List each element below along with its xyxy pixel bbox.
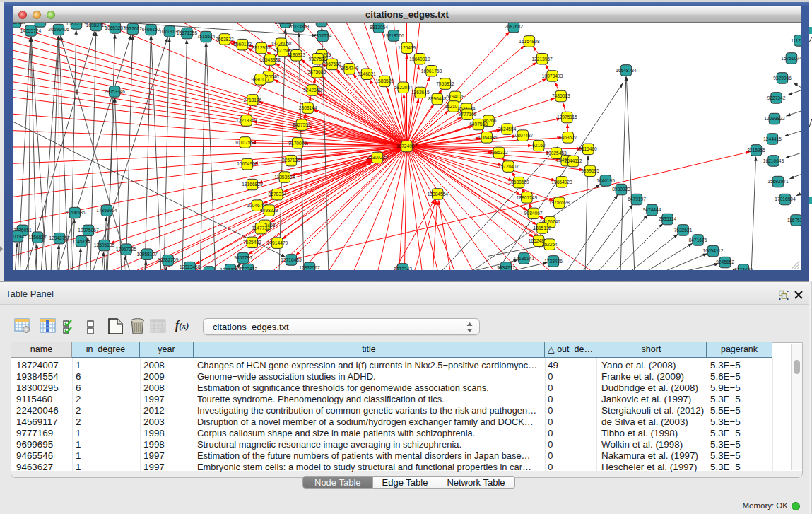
svg-text:15720407: 15720407 xyxy=(498,164,519,169)
svg-text:20206536: 20206536 xyxy=(64,210,86,215)
svg-text:7625402: 7625402 xyxy=(243,240,261,245)
svg-text:8678334: 8678334 xyxy=(269,192,287,197)
svg-text:8960123: 8960123 xyxy=(233,42,252,47)
svg-text:9777169: 9777169 xyxy=(459,112,477,117)
svg-text:9890177: 9890177 xyxy=(251,77,269,82)
svg-text:7485063: 7485063 xyxy=(552,93,570,98)
svg-text:12942757: 12942757 xyxy=(49,235,70,240)
svg-text:9463627: 9463627 xyxy=(559,135,577,140)
svg-text:6466160: 6466160 xyxy=(142,27,160,32)
svg-text:15640910: 15640910 xyxy=(409,57,430,62)
svg-text:6498222: 6498222 xyxy=(260,208,278,213)
svg-text:1733426: 1733426 xyxy=(544,259,563,264)
svg-text:2967608: 2967608 xyxy=(323,62,341,66)
svg-text:19654923: 19654923 xyxy=(551,180,572,185)
svg-text:12093822: 12093822 xyxy=(764,116,785,121)
svg-text:1640195: 1640195 xyxy=(596,178,615,183)
svg-text:9084067: 9084067 xyxy=(524,211,543,216)
svg-text:12213369: 12213369 xyxy=(236,118,257,123)
svg-text:10653287: 10653287 xyxy=(105,25,126,30)
svg-text:8938923: 8938923 xyxy=(612,187,630,192)
svg-text:9245652: 9245652 xyxy=(716,259,734,264)
svg-text:10107554: 10107554 xyxy=(235,140,256,145)
svg-text:9231175: 9231175 xyxy=(200,269,218,270)
svg-text:19756928: 19756928 xyxy=(549,200,570,205)
svg-text:7955812: 7955812 xyxy=(436,81,454,86)
svg-text:20364436: 20364436 xyxy=(476,135,498,140)
svg-text:18807249: 18807249 xyxy=(517,195,538,200)
svg-text:9934217: 9934217 xyxy=(497,265,515,270)
svg-text:62160: 62160 xyxy=(532,143,546,148)
svg-text:19384554: 19384554 xyxy=(428,192,449,197)
svg-text:14136141: 14136141 xyxy=(514,256,535,261)
svg-text:10807487: 10807487 xyxy=(512,133,534,138)
svg-text:5822037: 5822037 xyxy=(394,85,413,90)
svg-text:8454749: 8454749 xyxy=(341,66,359,71)
svg-text:3875685: 3875685 xyxy=(307,69,326,74)
svg-text:6479197: 6479197 xyxy=(628,197,646,201)
svg-text:7632621: 7632621 xyxy=(674,228,693,233)
svg-text:17957225: 17957225 xyxy=(116,247,137,252)
svg-text:1362615: 1362615 xyxy=(411,90,430,95)
svg-text:1167533: 1167533 xyxy=(787,218,801,223)
svg-text:2718176: 2718176 xyxy=(244,98,262,103)
svg-text:8427552: 8427552 xyxy=(293,122,311,127)
svg-text:10688609: 10688609 xyxy=(508,180,529,185)
svg-text:7357224: 7357224 xyxy=(314,33,332,38)
svg-text:19166829: 19166829 xyxy=(242,182,263,187)
svg-text:9227342: 9227342 xyxy=(767,95,786,100)
svg-text:25300235: 25300235 xyxy=(367,155,388,160)
svg-text:2644112: 2644112 xyxy=(565,158,583,163)
svg-text:12332567: 12332567 xyxy=(299,265,320,270)
svg-text:19218506: 19218506 xyxy=(383,33,404,38)
svg-text:9899695: 9899695 xyxy=(581,168,599,173)
svg-text:10025453: 10025453 xyxy=(546,151,567,156)
svg-text:9329966: 9329966 xyxy=(773,76,792,81)
svg-text:8239111: 8239111 xyxy=(313,23,331,23)
svg-text:3624554: 3624554 xyxy=(498,127,517,132)
svg-text:12213967: 12213967 xyxy=(531,57,553,62)
svg-text:14914479: 14914479 xyxy=(267,240,288,245)
svg-text:16154808: 16154808 xyxy=(519,39,540,44)
svg-text:8912955: 8912955 xyxy=(252,45,271,50)
svg-text:12505135: 12505135 xyxy=(94,243,115,247)
svg-text:8186323: 8186323 xyxy=(287,52,305,57)
svg-text:1145194: 1145194 xyxy=(73,239,91,244)
svg-text:1147732: 1147732 xyxy=(252,226,270,230)
svg-text:11353594: 11353594 xyxy=(274,175,295,180)
svg-text:9146821: 9146821 xyxy=(358,71,376,76)
svg-text:10872519: 10872519 xyxy=(66,23,87,26)
svg-text:8471676: 8471676 xyxy=(689,238,707,243)
svg-text:8990448: 8990448 xyxy=(428,96,447,101)
svg-text:16671355: 16671355 xyxy=(177,30,198,35)
svg-text:20053346: 20053346 xyxy=(105,89,126,94)
svg-text:16782759: 16782759 xyxy=(158,257,179,262)
svg-text:1244415: 1244415 xyxy=(763,136,782,141)
svg-text:17359924: 17359924 xyxy=(96,208,117,213)
svg-text:8812343: 8812343 xyxy=(394,267,412,270)
svg-text:9457791: 9457791 xyxy=(234,255,252,260)
svg-text:10958107: 10958107 xyxy=(136,252,158,257)
svg-text:18724007: 18724007 xyxy=(396,144,418,148)
svg-text:16961758: 16961758 xyxy=(421,69,442,74)
svg-text:16543382: 16543382 xyxy=(260,57,281,62)
svg-text:15692971: 15692971 xyxy=(767,179,789,184)
svg-text:16983711: 16983711 xyxy=(86,23,107,28)
svg-text:12975115: 12975115 xyxy=(557,115,577,119)
svg-text:7663822: 7663822 xyxy=(216,37,234,42)
svg-text:252254: 252254 xyxy=(542,242,558,247)
svg-text:7515524: 7515524 xyxy=(197,34,216,39)
svg-text:9639276: 9639276 xyxy=(31,23,49,24)
svg-text:3267130: 3267130 xyxy=(282,158,300,163)
svg-text:1615132: 1615132 xyxy=(534,226,552,230)
svg-text:10233567: 10233567 xyxy=(220,267,241,270)
svg-text:1125419: 1125419 xyxy=(398,45,416,50)
svg-text:10654112: 10654112 xyxy=(703,248,724,253)
svg-text:1527602: 1527602 xyxy=(124,26,142,31)
svg-text:7986322: 7986322 xyxy=(490,150,508,155)
svg-text:15716485: 15716485 xyxy=(281,257,302,262)
svg-text:20691406: 20691406 xyxy=(48,27,69,32)
svg-text:16648784: 16648784 xyxy=(616,68,637,73)
svg-text:6794028: 6794028 xyxy=(447,94,465,99)
svg-text:6497568: 6497568 xyxy=(469,122,488,127)
